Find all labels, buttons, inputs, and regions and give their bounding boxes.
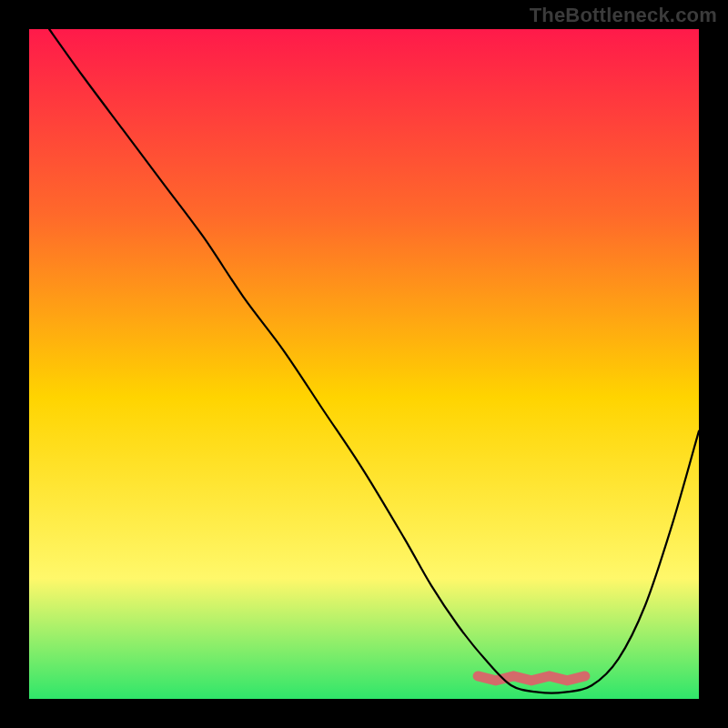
bottleneck-chart xyxy=(0,0,728,728)
chart-frame: TheBottleneck.com xyxy=(0,0,728,728)
plot-background xyxy=(29,29,699,699)
watermark-text: TheBottleneck.com xyxy=(530,4,717,27)
valley-highlight xyxy=(478,676,585,681)
